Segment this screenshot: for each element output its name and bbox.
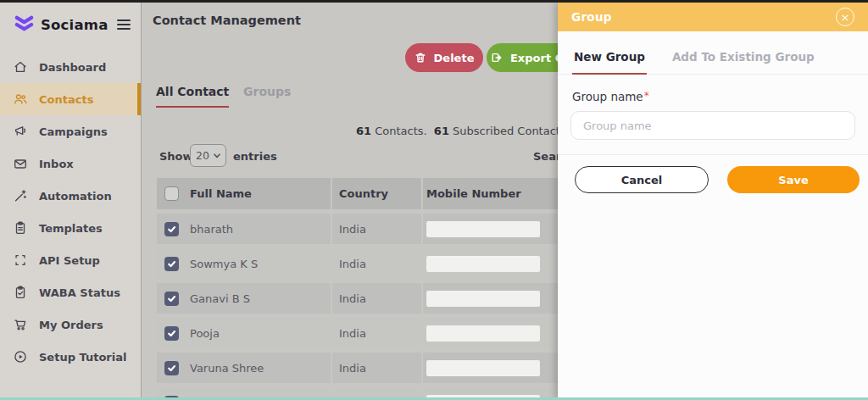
- cart-icon: [13, 317, 28, 332]
- home-icon: [13, 59, 28, 75]
- sidebar-item-label: Templates: [39, 222, 103, 235]
- envelope-icon: [13, 156, 28, 171]
- tab-add-to-existing-group[interactable]: Add To Existing Group: [670, 40, 816, 74]
- megaphone-icon: [13, 124, 28, 139]
- play-circle-icon: [13, 349, 28, 364]
- cancel-button[interactable]: Cancel: [575, 166, 709, 193]
- table-row: Pooja India: [157, 318, 585, 348]
- row-checkbox[interactable]: [164, 326, 179, 341]
- drawer-header: Group ×: [558, 3, 868, 31]
- table-row: Ganavi B S India: [157, 283, 585, 314]
- mobile-number-redacted: [426, 256, 540, 272]
- group-name-input[interactable]: [570, 111, 855, 140]
- sidebar-item-contacts[interactable]: Contacts: [0, 83, 141, 115]
- sidebar: Sociama Dashboard Contacts Campaigns Inb…: [0, 3, 142, 400]
- page-title: Contact Management: [153, 14, 301, 27]
- sidebar-item-label: Contacts: [39, 93, 93, 106]
- sidebar-nav: Dashboard Contacts Campaigns Inbox Autom…: [0, 51, 141, 373]
- sidebar-item-label: WABA Status: [39, 286, 120, 299]
- mobile-number-redacted: [426, 325, 540, 342]
- table-row: bharath India: [157, 214, 585, 244]
- mobile-number-redacted: [426, 221, 540, 237]
- contact-country: India: [332, 318, 421, 348]
- delete-button[interactable]: Delete: [405, 43, 483, 72]
- contact-name: bharath: [190, 223, 233, 236]
- required-asterisk: *: [644, 90, 649, 102]
- users-icon: [13, 92, 28, 107]
- contact-name: Varuna Shree: [190, 362, 264, 375]
- divider: [558, 154, 868, 155]
- sidebar-item-my-orders[interactable]: My Orders: [0, 308, 141, 341]
- drawer-actions: Cancel Save: [575, 166, 860, 193]
- show-label: Show: [159, 150, 193, 163]
- save-button[interactable]: Save: [727, 166, 860, 193]
- row-checkbox[interactable]: [164, 361, 179, 375]
- magic-wand-icon: [13, 188, 28, 203]
- sociama-logo-icon: [13, 14, 36, 36]
- clipboard-icon: [13, 220, 28, 236]
- table-row: Sowmya K S India: [157, 248, 585, 279]
- brand-name: Sociama: [41, 17, 108, 33]
- mobile-number-redacted: [426, 360, 540, 376]
- contact-name: Ganavi B S: [190, 292, 250, 305]
- row-checkbox[interactable]: [164, 257, 179, 271]
- sidebar-item-templates[interactable]: Templates: [0, 212, 141, 244]
- tab-groups[interactable]: Groups: [243, 85, 291, 106]
- hamburger-menu-icon[interactable]: [117, 17, 131, 32]
- trash-icon: [415, 52, 426, 64]
- sidebar-item-label: Automation: [39, 190, 112, 203]
- group-drawer: Group × New Group Add To Existing Group …: [558, 3, 868, 400]
- clipboard-check-icon: [13, 285, 28, 300]
- contact-country: India: [332, 283, 421, 314]
- sidebar-item-label: Dashboard: [39, 61, 106, 74]
- contact-country: India: [332, 214, 421, 244]
- group-name-label: Group name*: [572, 90, 854, 103]
- sidebar-item-inbox[interactable]: Inbox: [0, 147, 141, 180]
- sidebar-item-api-setup[interactable]: API Setup: [0, 244, 141, 276]
- tab-all-contact[interactable]: All Contact: [156, 85, 229, 108]
- sidebar-item-campaigns[interactable]: Campaigns: [0, 115, 141, 147]
- row-checkbox[interactable]: [164, 222, 179, 236]
- column-header: Full Name: [190, 187, 252, 200]
- column-header: Country: [332, 178, 421, 209]
- contact-country: India: [332, 248, 421, 279]
- drawer-title: Group: [571, 10, 612, 24]
- tab-new-group[interactable]: New Group: [572, 40, 647, 75]
- sidebar-item-label: Inbox: [39, 158, 74, 170]
- contacts-summary: 61 Contacts. 61 Subscribed Contacts.: [356, 125, 573, 137]
- entries-label: entries: [233, 150, 277, 163]
- sidebar-item-label: Setup Tutorial: [39, 351, 126, 364]
- contact-name: Sowmya K S: [190, 258, 258, 270]
- close-icon[interactable]: ×: [836, 8, 854, 26]
- sidebar-item-waba-status[interactable]: WABA Status: [0, 276, 141, 308]
- sidebar-item-dashboard[interactable]: Dashboard: [0, 51, 141, 83]
- sidebar-item-label: My Orders: [39, 319, 103, 331]
- mobile-number-redacted: [426, 291, 540, 307]
- top-border: [0, 0, 868, 3]
- contact-name: Pooja: [190, 327, 220, 340]
- table-row: Varuna Shree India: [157, 353, 585, 383]
- table-header-row: Full Name Country Mobile Number: [157, 178, 585, 209]
- sidebar-item-label: Campaigns: [39, 125, 108, 138]
- sidebar-item-label: API Setup: [39, 254, 100, 267]
- brand-row: Sociama: [0, 3, 141, 39]
- app-window: Sociama Dashboard Contacts Campaigns Inb…: [0, 0, 868, 400]
- sidebar-item-setup-tutorial[interactable]: Setup Tutorial: [0, 341, 141, 373]
- row-checkbox[interactable]: [164, 292, 179, 306]
- entries-select[interactable]: 20: [190, 144, 226, 167]
- sidebar-item-automation[interactable]: Automation: [0, 180, 141, 212]
- contacts-table: Full Name Country Mobile Number bharath …: [157, 178, 585, 400]
- export-icon: [491, 52, 503, 64]
- select-all-checkbox[interactable]: [164, 186, 179, 201]
- drawer-tabs: New Group Add To Existing Group: [558, 40, 868, 75]
- brackets-icon: [13, 253, 28, 268]
- chevron-down-icon: [214, 153, 220, 158]
- contact-country: India: [332, 353, 421, 383]
